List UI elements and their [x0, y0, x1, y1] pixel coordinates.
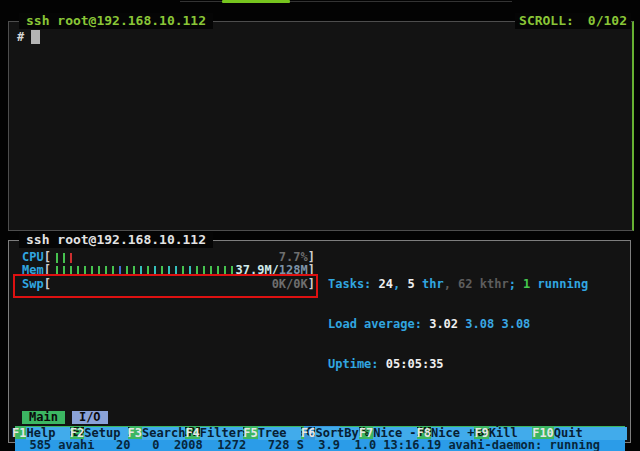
mem-meter-label: Mem: [22, 264, 44, 277]
meter-bar: [63, 266, 65, 276]
pane-title: ssh root@192.168.10.112: [19, 13, 213, 29]
cpu-meter-value: 7.7%: [279, 251, 308, 264]
cell-virt: 2008: [159, 439, 202, 451]
meter-bar: [70, 253, 72, 263]
terminal-pane-htop[interactable]: ssh root@192.168.10.112 CPU[ 7.7%] Mem[ …: [8, 240, 631, 443]
cpu-meter-label: CPU: [22, 251, 44, 264]
terminal-pane-shell[interactable]: ssh root@192.168.10.112 SCROLL:0/102 #: [8, 21, 634, 231]
meter-bar: [175, 266, 177, 276]
stats-column: Tasks: 24, 5 thr, 62 kthr; 1 running Loa…: [315, 251, 625, 398]
tab-io[interactable]: I/O: [72, 411, 108, 424]
fkey-f6[interactable]: F6: [301, 427, 315, 440]
meter-bar: [168, 266, 170, 276]
load-average-line: Load average: 3.02 3.08 3.08: [328, 318, 625, 331]
meter-bar: [224, 266, 226, 276]
process-row[interactable]: 585avahi20020081272728S3.91.013:16.19ava…: [15, 439, 625, 451]
mem-total-value: 128M: [279, 264, 308, 277]
meter-bar: [98, 266, 100, 276]
fkey-f7[interactable]: F7: [359, 427, 373, 440]
fkey-f2[interactable]: F2: [70, 427, 84, 440]
meter-bar: [63, 253, 65, 263]
fkey-label-tree[interactable]: Tree: [258, 427, 301, 440]
fkey-label-help[interactable]: Help: [26, 427, 69, 440]
terminal-cursor: [31, 30, 40, 44]
scroll-indicator: SCROLL:0/102: [515, 13, 631, 29]
meter-bar: [119, 266, 121, 276]
meter-bar: [105, 266, 107, 276]
meter-bar: [203, 266, 205, 276]
htop-header-area: CPU[ 7.7%] Mem[ 37.9M/128M] Swp[ 0K/0K] …: [15, 251, 625, 398]
uptime-line: Uptime: 05:05:35: [328, 358, 625, 371]
meter-bar: [56, 266, 58, 276]
mem-meter: Mem[ 37.9M/128M]: [22, 264, 315, 277]
meter-bar: [210, 266, 212, 276]
meter-bar: [56, 253, 58, 263]
screen: { "colors": { "accent_green": "#8ac637",…: [0, 0, 640, 451]
meter-bar: [140, 266, 142, 276]
mem-meter-bars: [51, 266, 236, 277]
cell-command: avahi-daemon: running: [448, 439, 625, 451]
fkey-f9[interactable]: F9: [474, 427, 488, 440]
cell-pri: 20: [109, 439, 131, 451]
cell-state: S: [289, 439, 303, 451]
meter-bar: [126, 266, 128, 276]
fkey-label-kill[interactable]: Kill: [489, 427, 532, 440]
tasks-line: Tasks: 24, 5 thr, 62 kthr; 1 running: [328, 278, 625, 291]
fkey-label-nice[interactable]: Nice +: [431, 427, 474, 440]
fkey-label-quit[interactable]: Quit: [554, 427, 627, 440]
fkey-label-setup[interactable]: Setup: [84, 427, 127, 440]
cell-user: avahi: [58, 439, 109, 451]
meter-bar: [196, 266, 198, 276]
meter-bar: [84, 266, 86, 276]
meter-bar: [231, 266, 233, 276]
cpu-meter: CPU[ 7.7%]: [22, 251, 315, 264]
meter-bar: [91, 266, 93, 276]
cell-ni: 0: [131, 439, 160, 451]
meter-bar: [154, 266, 156, 276]
scroll-value: 0/102: [588, 13, 627, 28]
cell-mem: 1.0: [340, 439, 376, 451]
fkey-f3[interactable]: F3: [128, 427, 142, 440]
cell-pid: 585: [15, 439, 51, 451]
process-rows: 585avahi20020081272728S3.91.013:16.19ava…: [15, 439, 625, 451]
prompt-symbol: #: [17, 30, 24, 44]
swap-meter-value: 0K/0K: [272, 278, 308, 291]
function-key-bar: F1HelpF2SetupF3SearchF4FilterF5TreeF6Sor…: [12, 427, 627, 440]
cell-shr: 728: [246, 439, 289, 451]
fkey-f8[interactable]: F8: [417, 427, 431, 440]
meter-bar: [70, 266, 72, 276]
cell-cpu: 3.9: [304, 439, 340, 451]
mem-used-value: 37.9M/: [236, 264, 279, 277]
swap-meter: Swp[ 0K/0K]: [22, 278, 315, 291]
fkey-label-sortby[interactable]: SortBy: [315, 427, 358, 440]
meter-bar: [189, 266, 191, 276]
meter-bar: [77, 266, 79, 276]
scroll-label: SCROLL:: [519, 13, 574, 28]
fkey-f1[interactable]: F1: [12, 427, 26, 440]
fkey-f4[interactable]: F4: [185, 427, 199, 440]
swap-meter-bars: [51, 279, 272, 290]
fkey-label-search[interactable]: Search: [142, 427, 185, 440]
htop-tabs: Main I/O: [15, 411, 625, 424]
meter-bar: [217, 266, 219, 276]
swap-meter-label: Swp: [22, 278, 44, 291]
htop-app: CPU[ 7.7%] Mem[ 37.9M/128M] Swp[ 0K/0K] …: [9, 241, 630, 427]
meter-bar: [182, 266, 184, 276]
meters-column: CPU[ 7.7%] Mem[ 37.9M/128M] Swp[ 0K/0K]: [15, 251, 315, 398]
cell-res: 1272: [203, 439, 246, 451]
video-progress-bar: [222, 0, 290, 3]
fkey-label-filter[interactable]: Filter: [200, 427, 243, 440]
meter-bar: [133, 266, 135, 276]
meter-bar: [161, 266, 163, 276]
cpu-meter-bars: [51, 252, 279, 263]
cell-time: 13:16.19: [376, 439, 441, 451]
fkey-f5[interactable]: F5: [243, 427, 257, 440]
meter-bar: [112, 266, 114, 276]
tab-main[interactable]: Main: [22, 411, 65, 424]
fkey-label-nice[interactable]: Nice -: [373, 427, 416, 440]
fkey-f10[interactable]: F10: [532, 427, 554, 440]
meter-bar: [147, 266, 149, 276]
